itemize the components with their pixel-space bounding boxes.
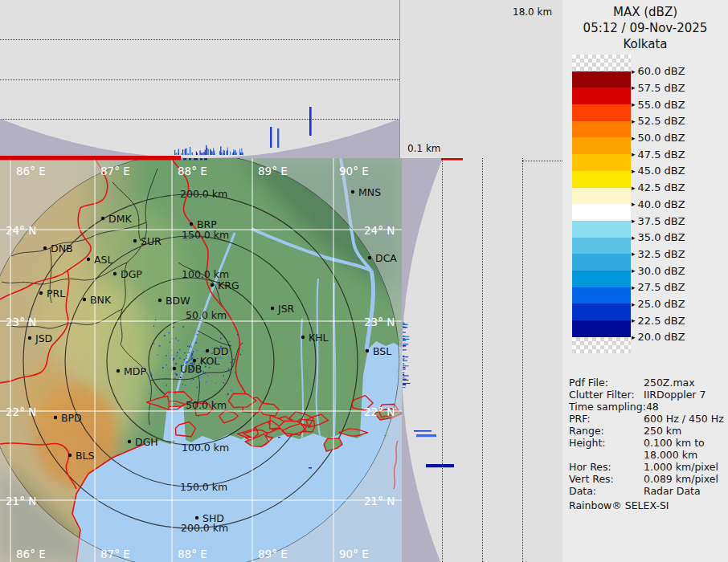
height-axis-max-label: 18.0 km <box>513 6 552 18</box>
dbz-scale-label: ▸35.0 dBZ <box>632 231 685 243</box>
city-marker <box>158 299 162 302</box>
dbz-swatch <box>572 137 631 154</box>
range-ring-label: 50.0 km <box>186 309 227 321</box>
metadata-row: Vert Res:0.089 km/pixel <box>569 473 726 485</box>
city-marker <box>68 454 72 457</box>
echo-segment <box>414 430 431 432</box>
scale-tick-arrow-icon: ▸ <box>632 217 636 225</box>
dbz-scale-label: ▸50.0 dBZ <box>632 132 685 144</box>
dbz-scale-label: ▸30.0 dBZ <box>632 265 685 277</box>
longitude-label: 86° E <box>16 165 46 177</box>
latitude-label: 23° N <box>6 316 36 328</box>
scale-tick-arrow-icon: ▸ <box>632 83 636 92</box>
scale-tick-arrow-icon: ▸ <box>632 300 636 308</box>
dbz-swatch <box>572 88 631 104</box>
dbz-scale-label: ▸20.0 dBZ <box>632 331 685 343</box>
scale-tick-arrow-icon: ▸ <box>632 167 636 175</box>
dbz-swatch <box>572 171 631 188</box>
dbz-swatch <box>572 271 631 287</box>
city-marker <box>211 283 214 287</box>
scale-tick-arrow-icon: ▸ <box>632 184 636 192</box>
product-header: MAX (dBZ) 05:12 / 09-Nov-2025 Kolkata <box>562 4 728 52</box>
city-marker <box>117 369 120 373</box>
city-label: ASL <box>94 254 112 266</box>
metadata-row: PRF:600 Hz / 450 Hz <box>569 413 726 425</box>
dbz-swatch <box>572 188 631 205</box>
city-label: DMK <box>108 213 132 225</box>
dbz-scale-label: ▸37.5 dBZ <box>632 215 685 227</box>
city-label: PRL <box>47 287 65 299</box>
city-label: KHL <box>309 332 329 344</box>
latitude-label: 24° N <box>364 224 395 237</box>
city-marker <box>83 298 86 301</box>
ground-strip <box>441 158 463 161</box>
scale-tick-arrow-icon: ▸ <box>632 283 636 291</box>
software-brand: Rainbow® SELEX-SI <box>569 499 726 511</box>
city-marker <box>271 307 274 310</box>
city-label: DCA <box>375 252 397 264</box>
city-marker <box>43 246 47 250</box>
latitude-label: 23° N <box>364 316 395 328</box>
scale-tick-arrow-icon: ▸ <box>632 134 636 142</box>
dbz-swatch <box>572 104 631 121</box>
dbz-scale-label: ▸27.5 dBZ <box>632 281 685 293</box>
height-axis-min-label: 0.1 km <box>407 143 441 154</box>
dbz-swatch <box>572 55 631 71</box>
product-title: MAX (dBZ) <box>562 4 728 20</box>
city-label: KOL <box>200 355 219 367</box>
range-ring-label: 100.0 km <box>182 442 229 454</box>
dbz-swatch <box>572 121 631 138</box>
scale-tick-arrow-icon: ▸ <box>632 117 636 125</box>
echo-ticks <box>174 145 243 155</box>
dbz-swatch <box>572 71 631 88</box>
city-label: BSL <box>373 345 391 357</box>
city-label: MNS <box>358 186 381 198</box>
scale-tick-arrow-icon: ▸ <box>632 100 636 108</box>
city-marker <box>206 349 209 352</box>
longitude-label: 86° E <box>16 548 46 560</box>
metadata-row: Range:250 km <box>569 425 726 437</box>
metadata-row: Time sampling:48 <box>569 401 726 413</box>
echo-column <box>277 128 279 148</box>
dbz-scale-label: ▸42.5 dBZ <box>632 181 685 193</box>
dbz-scale-label: ▸22.5 dBZ <box>632 315 685 327</box>
dbz-swatch <box>572 337 631 354</box>
dbz-swatch <box>572 254 631 271</box>
city-marker <box>87 258 90 261</box>
range-ring-label: 50.0 km <box>186 399 227 411</box>
city-marker <box>101 217 104 220</box>
dbz-scale-label: ▸60.0 dBZ <box>632 65 685 77</box>
latitude-label: 22° N <box>364 405 395 418</box>
top-panel-graphics <box>0 0 399 158</box>
dbz-scale-label: ▸55.0 dBZ <box>632 99 685 111</box>
city-marker <box>190 222 193 226</box>
latitude-label: 21° N <box>364 495 395 507</box>
longitude-label: 88° E <box>178 548 207 560</box>
dbz-swatch <box>572 287 631 304</box>
dbz-scale-label: ▸25.0 dBZ <box>632 298 685 310</box>
city-label: UDB <box>180 363 202 375</box>
scale-tick-arrow-icon: ▸ <box>632 316 636 324</box>
latitude-label: 21° N <box>6 495 36 507</box>
dbz-scale-label: ▸40.0 dBZ <box>632 198 685 210</box>
dbz-swatch <box>572 154 631 171</box>
city-label: BPD <box>61 412 82 424</box>
right-panel-graphics <box>402 158 562 562</box>
longitude-label: 87° E <box>100 165 130 177</box>
range-ring-label: 150.0 km <box>180 481 227 493</box>
metadata-row: Hor Res:1.000 km/pixel <box>569 461 726 473</box>
city-label: MDP <box>124 365 146 377</box>
dbz-swatch <box>572 221 631 238</box>
city-label: BDW <box>166 295 190 307</box>
city-marker <box>351 190 354 193</box>
city-marker <box>113 272 117 275</box>
echo-column <box>270 127 272 148</box>
city-label: JSD <box>35 332 52 344</box>
latitude-label: 22° N <box>6 405 36 418</box>
city-label: DNB <box>51 242 73 255</box>
echo-segment <box>426 464 454 467</box>
radar-site-name: Kolkata <box>562 36 728 52</box>
city-label: KRG <box>218 279 239 291</box>
scale-tick-arrow-icon: ▸ <box>632 200 636 208</box>
metadata-row: Data:Radar Data <box>569 485 726 497</box>
